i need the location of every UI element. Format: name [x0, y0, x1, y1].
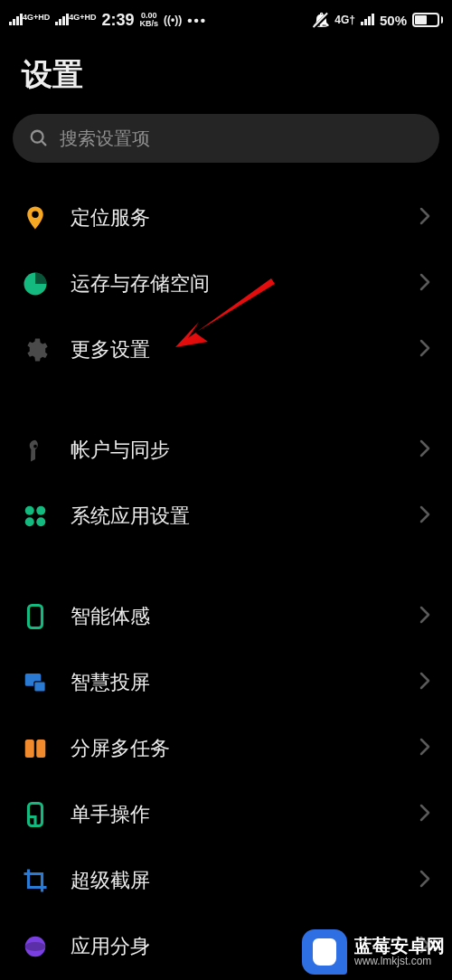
chevron-right-icon: [419, 672, 430, 693]
settings-row-label: 运存与存储空间: [71, 270, 398, 297]
svg-point-4: [25, 517, 34, 526]
chevron-right-icon: [419, 505, 430, 527]
location-icon: [22, 204, 49, 231]
battery-icon: [412, 13, 443, 27]
page-title: 设置: [0, 40, 452, 114]
svg-rect-8: [34, 681, 46, 691]
status-bar: 4G+HD 4G+HD 2:39 0.00 KB/s ((•)) ••• 4G†…: [0, 0, 452, 40]
phone-corner-icon: [22, 801, 49, 828]
settings-row-smart-motion[interactable]: 智能体感: [0, 583, 452, 649]
chevron-right-icon: [419, 738, 430, 759]
signal-1-icon: 4G+HD: [9, 13, 50, 28]
group-divider: [0, 382, 452, 417]
chevron-right-icon: [419, 804, 430, 825]
chevron-right-icon: [419, 273, 430, 295]
settings-row-label: 更多设置: [71, 336, 398, 363]
signal-2-icon: 4G+HD: [55, 13, 96, 28]
settings-row-label: 分屏多任务: [71, 735, 398, 762]
chevron-right-icon: [419, 439, 430, 461]
chevron-right-icon: [419, 207, 430, 229]
svg-point-3: [36, 505, 45, 514]
search-input[interactable]: 搜索设置项: [13, 114, 439, 163]
status-bar-left: 4G+HD 4G+HD 2:39 0.00 KB/s ((•)) •••: [9, 11, 207, 30]
hotspot-icon: ((•)): [164, 14, 182, 26]
settings-row-storage[interactable]: 运存与存储空间: [0, 250, 452, 316]
settings-list: 定位服务运存与存储空间更多设置帐户与同步系统应用设置智能体感智慧投屏分屏多任务单…: [0, 175, 452, 979]
chevron-right-icon: [419, 606, 430, 627]
settings-row-one-hand[interactable]: 单手操作: [0, 781, 452, 847]
watermark: 蓝莓安卓网 www.lmkjst.com: [289, 920, 452, 980]
signal-right-icon: [361, 13, 374, 28]
svg-point-5: [36, 517, 45, 526]
battery-percent: 50%: [380, 13, 407, 28]
svg-rect-6: [29, 605, 42, 627]
svg-point-2: [25, 505, 34, 514]
phone-rect-icon: [22, 603, 49, 630]
dnd-icon: [313, 12, 329, 28]
settings-row-label: 系统应用设置: [71, 503, 398, 530]
group-divider: [0, 549, 452, 583]
sphere-icon: [22, 933, 49, 960]
gear-icon: [22, 336, 49, 363]
settings-row-system-apps[interactable]: 系统应用设置: [0, 483, 452, 549]
settings-row-label: 智能体感: [71, 603, 398, 630]
svg-rect-9: [25, 740, 34, 758]
settings-row-split-screen[interactable]: 分屏多任务: [0, 715, 452, 781]
settings-row-location[interactable]: 定位服务: [0, 184, 452, 250]
split-icon: [22, 735, 49, 762]
four-dots-icon: [22, 503, 49, 530]
settings-row-super-shot[interactable]: 超级截屏: [0, 847, 452, 913]
svg-rect-10: [36, 740, 45, 758]
chevron-right-icon: [419, 870, 430, 891]
chevron-right-icon: [419, 339, 430, 361]
clock: 2:39: [102, 11, 135, 30]
search-icon: [29, 128, 49, 148]
search-placeholder: 搜索设置项: [60, 127, 150, 151]
key-icon: [22, 437, 49, 464]
status-bar-right: 4G† 50%: [313, 12, 443, 28]
settings-row-label: 帐户与同步: [71, 437, 398, 464]
settings-row-label: 智慧投屏: [71, 669, 398, 696]
settings-row-label: 超级截屏: [71, 867, 398, 894]
svg-point-13: [25, 942, 46, 951]
crop-icon: [22, 867, 49, 894]
settings-row-more-settings[interactable]: 更多设置: [0, 316, 452, 382]
svg-line-1: [42, 141, 46, 146]
more-status-icon: •••: [187, 13, 207, 28]
watermark-url: www.lmkjst.com: [354, 956, 445, 967]
watermark-logo-icon: [302, 929, 347, 975]
settings-row-smart-cast[interactable]: 智慧投屏: [0, 649, 452, 715]
settings-row-label: 定位服务: [71, 204, 398, 231]
pie-icon: [22, 270, 49, 297]
net-right-label: 4G†: [334, 14, 355, 26]
settings-row-account-sync[interactable]: 帐户与同步: [0, 417, 452, 483]
cast-icon: [22, 669, 49, 696]
settings-row-label: 单手操作: [71, 801, 398, 828]
net-speed: 0.00 KB/s: [140, 12, 159, 28]
watermark-name: 蓝莓安卓网: [354, 936, 445, 956]
